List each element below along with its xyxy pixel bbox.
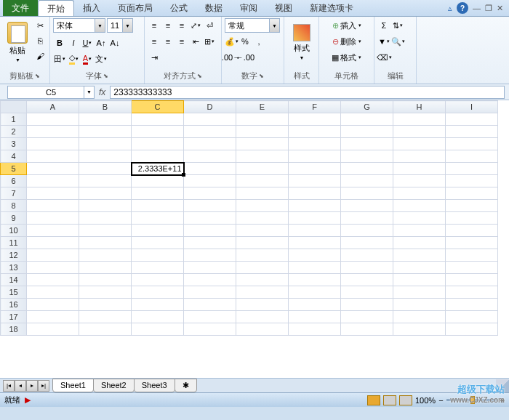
- cell-B7[interactable]: [79, 187, 132, 200]
- cell-C4[interactable]: [132, 150, 184, 163]
- cell-B6[interactable]: [79, 175, 132, 187]
- cell-C7[interactable]: [132, 187, 184, 200]
- select-all-corner[interactable]: [1, 101, 27, 113]
- cell-E16[interactable]: [236, 299, 289, 311]
- cell-G18[interactable]: [341, 323, 393, 336]
- cell-G14[interactable]: [341, 274, 393, 286]
- cell-H13[interactable]: [393, 262, 446, 274]
- cell-E14[interactable]: [236, 274, 289, 286]
- row-header-4[interactable]: 4: [1, 150, 27, 163]
- wrap-text-button[interactable]: ⏎: [203, 18, 216, 33]
- cell-H8[interactable]: [393, 200, 446, 212]
- cell-B3[interactable]: [79, 138, 132, 150]
- expand-icon[interactable]: ⬊: [259, 73, 264, 79]
- cell-B11[interactable]: [79, 237, 132, 249]
- clear-button[interactable]: ⌫▾: [377, 50, 390, 65]
- cell-B16[interactable]: [79, 299, 132, 311]
- cell-G2[interactable]: [341, 126, 393, 138]
- cell-H10[interactable]: [393, 225, 446, 237]
- cell-B1[interactable]: [79, 113, 132, 126]
- border-button[interactable]: 田▾: [53, 52, 66, 66]
- cell-B12[interactable]: [79, 249, 132, 262]
- cell-H16[interactable]: [393, 299, 446, 311]
- row-header-7[interactable]: 7: [1, 187, 27, 200]
- cell-F17[interactable]: [289, 311, 341, 323]
- row-header-8[interactable]: 8: [1, 200, 27, 212]
- row-header-6[interactable]: 6: [1, 175, 27, 187]
- cell-E3[interactable]: [236, 138, 289, 150]
- cell-I11[interactable]: [446, 237, 498, 249]
- cell-H17[interactable]: [393, 311, 446, 323]
- cell-A9[interactable]: [27, 212, 79, 225]
- cell-E7[interactable]: [236, 187, 289, 200]
- cell-G12[interactable]: [341, 249, 393, 262]
- align-center-button[interactable]: ≡: [161, 34, 175, 49]
- cell-H1[interactable]: [393, 113, 446, 126]
- cell-F3[interactable]: [289, 138, 341, 150]
- cell-D4[interactable]: [184, 150, 236, 163]
- cell-B17[interactable]: [79, 311, 132, 323]
- font-color-button[interactable]: A▾: [81, 52, 94, 66]
- cell-H14[interactable]: [393, 274, 446, 286]
- nav-first-button[interactable]: |◂: [3, 380, 15, 392]
- row-header-16[interactable]: 16: [1, 299, 27, 311]
- cell-H5[interactable]: [393, 163, 446, 175]
- cell-A3[interactable]: [27, 138, 79, 150]
- cell-F2[interactable]: [289, 126, 341, 138]
- cell-G3[interactable]: [341, 138, 393, 150]
- cell-C15[interactable]: [132, 286, 184, 299]
- cell-C3[interactable]: [132, 138, 184, 150]
- cell-H15[interactable]: [393, 286, 446, 299]
- cell-H18[interactable]: [393, 323, 446, 336]
- cell-F4[interactable]: [289, 150, 341, 163]
- col-header-D[interactable]: D: [184, 101, 236, 113]
- cell-G13[interactable]: [341, 262, 393, 274]
- cell-B13[interactable]: [79, 262, 132, 274]
- sheet-tab-2[interactable]: Sheet2: [93, 379, 135, 392]
- cell-B4[interactable]: [79, 150, 132, 163]
- cell-E12[interactable]: [236, 249, 289, 262]
- cell-H11[interactable]: [393, 237, 446, 249]
- cell-H7[interactable]: [393, 187, 446, 200]
- insert-cells-button[interactable]: ⊕插入▾: [322, 18, 371, 33]
- fill-button[interactable]: ▼▾: [377, 34, 390, 49]
- formula-bar[interactable]: 233333333333: [110, 86, 505, 99]
- row-header-3[interactable]: 3: [1, 138, 27, 150]
- cell-G9[interactable]: [341, 212, 393, 225]
- format-painter-button[interactable]: 🖌: [33, 49, 47, 63]
- row-header-10[interactable]: 10: [1, 225, 27, 237]
- cell-D5[interactable]: [184, 163, 236, 175]
- window-close-icon[interactable]: ✕: [497, 4, 503, 13]
- window-min-icon[interactable]: —: [473, 4, 481, 12]
- row-header-14[interactable]: 14: [1, 274, 27, 286]
- orientation-button[interactable]: ⤢▾: [189, 18, 202, 33]
- percent-button[interactable]: %: [239, 34, 252, 49]
- cell-E18[interactable]: [236, 323, 289, 336]
- cell-A1[interactable]: [27, 113, 79, 126]
- cell-G1[interactable]: [341, 113, 393, 126]
- row-header-18[interactable]: 18: [1, 323, 27, 336]
- align-bottom-button[interactable]: ≡: [175, 18, 188, 33]
- col-header-B[interactable]: B: [79, 101, 132, 113]
- cell-D9[interactable]: [184, 212, 236, 225]
- dec-decimal-button[interactable]: ←.00: [239, 50, 252, 65]
- row-header-1[interactable]: 1: [1, 113, 27, 126]
- cell-F9[interactable]: [289, 212, 341, 225]
- cell-I1[interactable]: [446, 113, 498, 126]
- col-header-F[interactable]: F: [289, 101, 341, 113]
- cell-F16[interactable]: [289, 299, 341, 311]
- cell-G5[interactable]: [341, 163, 393, 175]
- cell-F5[interactable]: [289, 163, 341, 175]
- cell-A7[interactable]: [27, 187, 79, 200]
- cell-C18[interactable]: [132, 323, 184, 336]
- cell-B2[interactable]: [79, 126, 132, 138]
- cell-G7[interactable]: [341, 187, 393, 200]
- expand-icon[interactable]: ⬊: [35, 73, 40, 79]
- cell-A15[interactable]: [27, 286, 79, 299]
- cell-A16[interactable]: [27, 299, 79, 311]
- cell-E10[interactable]: [236, 225, 289, 237]
- cell-G16[interactable]: [341, 299, 393, 311]
- autosum-button[interactable]: Σ: [377, 18, 390, 33]
- format-cells-button[interactable]: ▦格式▾: [322, 50, 371, 65]
- nav-last-button[interactable]: ▸|: [38, 380, 49, 392]
